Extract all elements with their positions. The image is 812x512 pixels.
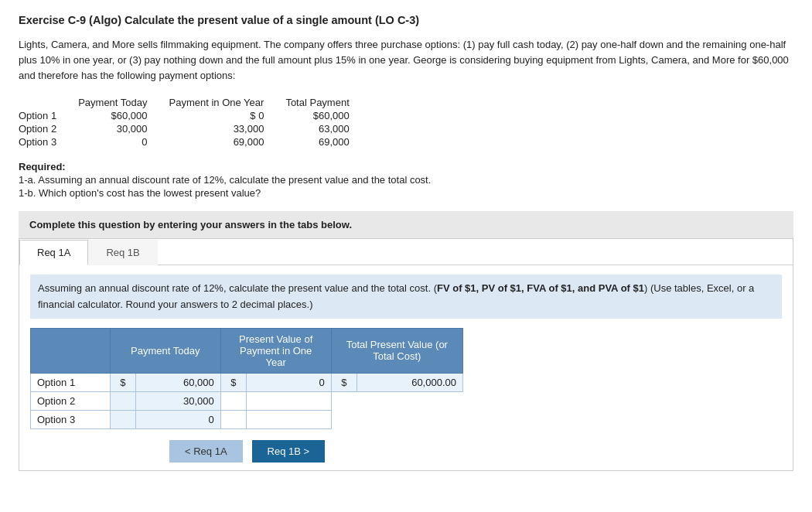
answer-header-total: Total Present Value (or Total Cost) [331, 328, 462, 373]
col-payment-year: Payment in One Year [159, 96, 275, 109]
answer-header-pv: Present Value of Payment in One Year [220, 328, 331, 373]
total-val: 60,000.00 [357, 373, 462, 391]
payment-table-row: Option 1 $60,000 $ 0 $60,000 [19, 109, 360, 122]
option-label: Option 3 [31, 410, 111, 428]
payment-today-val: 0 [136, 410, 221, 428]
instruction-bold: FV of $1, PV of $1, FVA of $1, and PVA o… [437, 282, 644, 294]
total-input[interactable] [247, 392, 331, 410]
tab-req1a[interactable]: Req 1A [19, 240, 88, 265]
payment-today-cell: $60,000 [67, 109, 158, 122]
instruction-text1: Assuming an annual discount rate of 12%,… [38, 282, 437, 294]
tabs-container: Req 1A Req 1B Assuming an annual discoun… [19, 238, 793, 470]
tab-bar: Req 1A Req 1B [19, 239, 793, 265]
required-item2: 1-b. Which option's cost has the lowest … [19, 187, 261, 199]
pv-input[interactable] [221, 392, 246, 410]
option-label: Option 3 [19, 135, 67, 148]
col-payment-today: Payment Today [67, 96, 158, 109]
payment-year-cell: 33,000 [159, 122, 275, 135]
payment-table-row: Option 2 30,000 33,000 63,000 [19, 122, 360, 135]
currency2: $ [220, 373, 246, 391]
total-payment-cell: 63,000 [275, 122, 360, 135]
answer-table-row: Option 2 30,000 [31, 391, 463, 410]
currency1 [110, 391, 135, 410]
payment-options-table: Payment Today Payment in One Year Total … [19, 96, 360, 148]
payment-today-cell: 0 [67, 135, 158, 148]
payment-today-val: 60,000 [136, 373, 221, 391]
pv-val: 0 [246, 373, 331, 391]
required-item1: 1-a. Assuming an annual discount rate of… [19, 174, 431, 186]
complete-box: Complete this question by entering your … [19, 211, 793, 238]
total-input-cell[interactable] [246, 391, 331, 410]
answer-header-empty [31, 328, 111, 373]
total-input[interactable] [247, 411, 331, 428]
prev-button[interactable]: < Req 1A [169, 440, 243, 463]
col-total-payment: Total Payment [275, 96, 360, 109]
answer-table-row: Option 3 0 [31, 410, 463, 428]
total-input-cell[interactable] [246, 410, 331, 428]
total-payment-cell: 69,000 [275, 135, 360, 148]
tab-req1b[interactable]: Req 1B [88, 240, 157, 265]
currency1: $ [110, 373, 135, 391]
answer-header-payment: Payment Today [110, 328, 220, 373]
payment-table-row: Option 3 0 69,000 69,000 [19, 135, 360, 148]
next-button[interactable]: Req 1B > [252, 440, 326, 463]
currency3: $ [331, 373, 357, 391]
page-title: Exercise C-9 (Algo) Calculate the presen… [19, 14, 793, 26]
payment-year-cell: 69,000 [159, 135, 275, 148]
pv-input-cell[interactable] [220, 410, 246, 428]
answer-table-row: Option 1 $ 60,000 $ 0 $ 60,000.00 [31, 373, 463, 391]
required-section: Required: 1-a. Assuming an annual discou… [19, 161, 793, 199]
tab-content-req1a: Assuming an annual discount rate of 12%,… [19, 265, 793, 469]
required-label: Required: [19, 161, 66, 172]
nav-buttons: < Req 1A Req 1B > [30, 440, 782, 463]
currency1 [110, 410, 135, 428]
pv-input[interactable] [221, 411, 246, 428]
payment-year-cell: $ 0 [159, 109, 275, 122]
payment-today-cell: 30,000 [67, 122, 158, 135]
option-label: Option 2 [19, 122, 67, 135]
instruction-box: Assuming an annual discount rate of 12%,… [30, 275, 782, 318]
pv-input-cell[interactable] [220, 391, 246, 410]
intro-text: Lights, Camera, and More sells filmmakin… [19, 37, 793, 84]
option-label: Option 2 [31, 391, 111, 410]
answer-table: Payment Today Present Value of Payment i… [30, 328, 463, 429]
option-label: Option 1 [31, 373, 111, 391]
option-label: Option 1 [19, 109, 67, 122]
total-payment-cell: $60,000 [275, 109, 360, 122]
payment-today-val: 30,000 [136, 391, 221, 410]
